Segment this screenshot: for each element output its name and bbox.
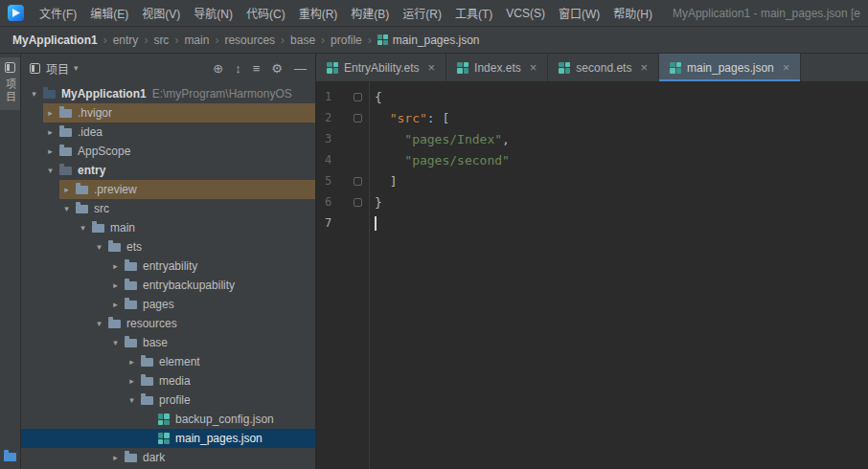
- locate-file-icon[interactable]: ⊕: [213, 62, 223, 75]
- breadcrumb-item-src[interactable]: src: [150, 33, 171, 48]
- code-token: : [: [427, 111, 449, 125]
- chevron-expanded-icon[interactable]: ▾: [92, 319, 106, 328]
- breadcrumb-item-myapplication1[interactable]: MyApplication1: [10, 33, 101, 48]
- menu-item-2[interactable]: 视图(V): [135, 2, 187, 24]
- menu-item-3[interactable]: 导航(N): [187, 2, 240, 24]
- menu-item-5[interactable]: 重构(R): [292, 2, 345, 24]
- code-token: {: [375, 90, 382, 104]
- tree-item-label: dark: [143, 451, 165, 464]
- project-panel-icon: [5, 62, 15, 73]
- tree-item-preview[interactable]: ▸.preview: [21, 180, 315, 199]
- menu-item-9[interactable]: VCS(S): [499, 4, 552, 23]
- chevron-expanded-icon[interactable]: ▾: [43, 166, 57, 175]
- breadcrumb-item-main[interactable]: main: [181, 33, 212, 48]
- tree-item-label: entryability: [143, 259, 197, 273]
- file-icon: [457, 62, 468, 74]
- breadcrumb-item-base[interactable]: base: [287, 33, 318, 48]
- tab-close-icon[interactable]: ×: [530, 60, 537, 75]
- settings-gear-icon[interactable]: ⚙: [271, 62, 283, 75]
- chevron-collapsed-icon[interactable]: ▸: [43, 108, 57, 118]
- breadcrumb-item-main-pages-json[interactable]: main_pages.json: [375, 33, 483, 48]
- hide-panel-icon[interactable]: —: [294, 62, 307, 75]
- chevron-collapsed-icon[interactable]: ▸: [108, 300, 123, 309]
- menu-item-7[interactable]: 运行(R): [396, 2, 448, 24]
- tree-item-entrybackupability[interactable]: ▸entrybackupability: [21, 276, 315, 295]
- fold-marker-icon[interactable]: [354, 114, 362, 123]
- editor-tab-entryability-ets[interactable]: EntryAbility.ets×: [316, 54, 446, 81]
- folder-toolwindow-icon[interactable]: [4, 453, 16, 461]
- menu-item-0[interactable]: 文件(F): [33, 2, 83, 24]
- menu-bar: 文件(F)编辑(E)视图(V)导航(N)代码(C)重构(R)构建(B)运行(R)…: [0, 0, 868, 27]
- breadcrumb-separator: ›: [321, 34, 325, 47]
- tree-item-main[interactable]: ▾main: [21, 218, 315, 237]
- fold-marker-icon[interactable]: [354, 93, 362, 101]
- tree-item-pages[interactable]: ▸pages: [21, 295, 315, 314]
- project-view-icon: [30, 63, 40, 74]
- chevron-expanded-icon[interactable]: ▾: [92, 242, 106, 252]
- menu-item-4[interactable]: 代码(C): [240, 2, 292, 24]
- tree-item-label: .idea: [78, 125, 103, 139]
- menu-item-10[interactable]: 窗口(W): [552, 2, 606, 24]
- tree-item-base[interactable]: ▾base: [21, 333, 315, 352]
- breadcrumb: MyApplication1›entry›src›main›resources›…: [0, 27, 868, 54]
- breadcrumb-item-entry[interactable]: entry: [110, 33, 142, 48]
- chevron-expanded-icon[interactable]: ▾: [76, 223, 90, 233]
- breadcrumb-separator: ›: [215, 34, 218, 47]
- menu-item-1[interactable]: 编辑(E): [83, 2, 135, 24]
- chevron-expanded-icon[interactable]: ▾: [59, 204, 74, 213]
- menu-item-8[interactable]: 工具(T): [448, 2, 499, 24]
- fold-marker-icon[interactable]: [354, 177, 362, 186]
- tree-item-myapplication1[interactable]: ▾MyApplication1E:\myProgram\HarmonyOS: [21, 84, 315, 103]
- breadcrumb-item-profile[interactable]: profile: [328, 33, 365, 48]
- editor[interactable]: 1{2 "src": [3 "pages/Index",4 "pages/sec…: [316, 82, 868, 469]
- breadcrumb-item-resources[interactable]: resources: [221, 33, 278, 48]
- menu-items: 文件(F)编辑(E)视图(V)导航(N)代码(C)重构(R)构建(B)运行(R)…: [33, 2, 659, 24]
- editor-tab-second-ets[interactable]: second.ets×: [548, 54, 659, 81]
- tree-item-dark[interactable]: ▸dark: [21, 448, 315, 467]
- chevron-collapsed-icon[interactable]: ▸: [43, 127, 57, 137]
- tree-item-entryability[interactable]: ▸entryability: [21, 257, 315, 276]
- editor-tab-index-ets[interactable]: Index.ets×: [446, 54, 548, 81]
- tree-item-idea[interactable]: ▸.idea: [21, 123, 315, 142]
- tab-close-icon[interactable]: ×: [640, 60, 648, 75]
- chevron-collapsed-icon[interactable]: ▸: [125, 357, 139, 367]
- editor-tab-main-pages-json[interactable]: main_pages.json×: [659, 54, 801, 81]
- chevron-collapsed-icon[interactable]: ▸: [108, 280, 123, 290]
- chevron-expanded-icon[interactable]: ▾: [125, 395, 139, 405]
- chevron-expanded-icon[interactable]: ▾: [108, 338, 123, 347]
- code-line: {: [369, 90, 382, 104]
- tree-item-element[interactable]: ▸element: [21, 352, 315, 371]
- file-icon: [559, 62, 570, 74]
- tree-item-main-pages-json[interactable]: main_pages.json: [21, 429, 315, 448]
- tree-item-src[interactable]: ▾src: [21, 199, 315, 218]
- chevron-down-icon[interactable]: ▾: [74, 63, 79, 73]
- menu-item-11[interactable]: 帮助(H): [606, 2, 659, 24]
- tree-item-media[interactable]: ▸media: [21, 371, 315, 391]
- tab-close-icon[interactable]: ×: [783, 60, 790, 75]
- chevron-collapsed-icon[interactable]: ▸: [108, 261, 123, 271]
- chevron-collapsed-icon[interactable]: ▸: [59, 185, 74, 194]
- tree-item-profile[interactable]: ▾profile: [21, 391, 315, 410]
- project-panel-title[interactable]: 项目: [46, 60, 69, 77]
- expand-all-icon[interactable]: ↕: [235, 62, 241, 75]
- project-toolwindow-button[interactable]: 项目: [0, 57, 20, 110]
- collapse-all-icon[interactable]: ≡: [253, 62, 261, 75]
- tree-item-entry[interactable]: ▾entry: [21, 161, 315, 180]
- tree-item-ets[interactable]: ▾ets: [21, 237, 315, 257]
- editor-line-2: 2 "src": [: [316, 107, 868, 128]
- chevron-collapsed-icon[interactable]: ▸: [125, 376, 139, 386]
- folder-icon: [74, 205, 90, 213]
- chevron-expanded-icon[interactable]: ▾: [27, 89, 41, 99]
- tree-item-backup-config-json[interactable]: backup_config.json: [21, 410, 315, 429]
- tab-close-icon[interactable]: ×: [427, 60, 435, 75]
- chevron-collapsed-icon[interactable]: ▸: [108, 453, 123, 462]
- code-token: "pages/Index": [404, 132, 502, 146]
- tree-item-hvigor[interactable]: ▸.hvigor: [21, 103, 315, 123]
- menu-item-6[interactable]: 构建(B): [344, 2, 396, 24]
- editor-line-7: 7: [316, 212, 868, 234]
- fold-marker-icon[interactable]: [354, 198, 362, 207]
- tree-item-resources[interactable]: ▾resources: [21, 314, 315, 333]
- chevron-collapsed-icon[interactable]: ▸: [43, 146, 57, 156]
- file-icon: [327, 62, 338, 74]
- tree-item-appscope[interactable]: ▸AppScope: [21, 142, 315, 161]
